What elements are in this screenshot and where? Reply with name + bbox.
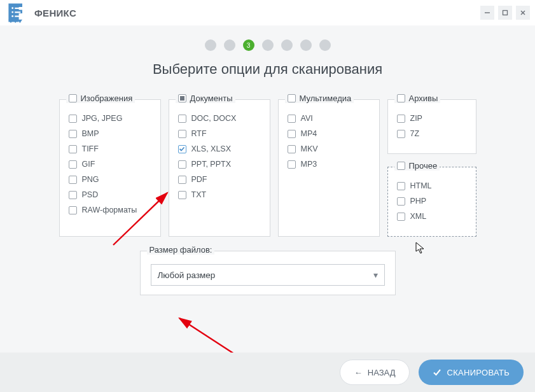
arrow-left-icon: ←	[354, 368, 363, 377]
group-images-title: Изображения	[81, 94, 133, 103]
svg-rect-1	[15, 8, 20, 9]
opt-png[interactable]: PNG	[69, 175, 151, 184]
group-archives-title: Архивы	[409, 94, 438, 103]
back-button[interactable]: ← НАЗАД	[340, 360, 410, 385]
app-logo-icon	[5, 1, 28, 24]
group-documents-checkbox[interactable]	[178, 94, 186, 102]
opt-gif[interactable]: GIF	[69, 160, 151, 169]
step-4[interactable]	[262, 39, 274, 51]
opt-xls[interactable]: XLS, XLSX	[178, 144, 261, 153]
opt-doc[interactable]: DOC, DOCX	[178, 114, 261, 123]
group-multimedia-checkbox[interactable]	[288, 94, 296, 102]
svg-point-4	[11, 15, 13, 17]
filesize-select[interactable]: Любой размер ▾	[151, 264, 385, 286]
svg-point-2	[11, 11, 13, 13]
opt-tiff[interactable]: TIFF	[69, 144, 151, 153]
opt-psd[interactable]: PSD	[69, 190, 151, 199]
svg-point-0	[11, 7, 13, 9]
cursor-icon	[415, 242, 426, 255]
step-3-active[interactable]: 3	[243, 39, 254, 51]
window-controls	[480, 6, 530, 20]
file-type-groups: Изображения JPG, JPEG BMP TIFF GIF PNG P…	[0, 99, 535, 237]
group-images: Изображения JPG, JPEG BMP TIFF GIF PNG P…	[59, 99, 161, 237]
chevron-down-icon: ▾	[373, 270, 378, 280]
opt-zip[interactable]: ZIP	[397, 114, 467, 123]
opt-txt[interactable]: TXT	[178, 190, 261, 199]
main-stage: 3 Выберите опции для сканирования Изобра…	[0, 25, 535, 392]
group-documents: Документы DOC, DOCX RTF XLS, XLSX PPT, P…	[169, 99, 270, 237]
opt-xml[interactable]: XML	[397, 212, 467, 221]
maximize-button[interactable]	[498, 6, 512, 20]
filesize-selected: Любой размер	[158, 270, 216, 280]
group-archives: Архивы ZIP 7Z	[387, 99, 476, 154]
filesize-title: Размер файлов:	[149, 245, 212, 255]
svg-rect-7	[503, 11, 508, 15]
step-6[interactable]	[300, 39, 312, 51]
group-multimedia-title: Мультимедиа	[300, 94, 352, 103]
opt-mp3[interactable]: MP3	[288, 160, 370, 169]
page-heading: Выберите опции для сканирования	[0, 61, 535, 78]
group-other-checkbox[interactable]	[397, 162, 405, 170]
svg-rect-5	[15, 16, 20, 17]
svg-rect-3	[15, 11, 20, 13]
group-images-checkbox[interactable]	[69, 94, 77, 102]
group-multimedia: Мультимедиа AVI MP4 MKV MP3	[278, 99, 380, 237]
opt-avi[interactable]: AVI	[288, 114, 370, 123]
group-other-title: Прочее	[409, 161, 438, 171]
opt-ppt[interactable]: PPT, PPTX	[178, 160, 261, 169]
step-1[interactable]	[205, 39, 216, 51]
titlebar: ФЕНИКС	[0, 0, 535, 25]
opt-jpg[interactable]: JPG, JPEG	[69, 114, 151, 123]
opt-pdf[interactable]: PDF	[178, 175, 261, 184]
check-icon	[433, 368, 441, 377]
footer: ← НАЗАД СКАНИРОВАТЬ	[0, 353, 535, 392]
opt-raw[interactable]: RAW-форматы	[69, 206, 151, 214]
step-7[interactable]	[319, 39, 331, 51]
opt-php[interactable]: PHP	[397, 197, 467, 206]
app-title: ФЕНИКС	[34, 8, 76, 18]
minimize-button[interactable]	[480, 6, 494, 20]
filesize-group: Размер файлов: Любой размер ▾	[140, 251, 396, 295]
opt-bmp[interactable]: BMP	[69, 129, 151, 138]
opt-mp4[interactable]: MP4	[288, 129, 370, 138]
opt-html[interactable]: HTML	[397, 181, 467, 190]
group-documents-title: Документы	[190, 94, 233, 103]
opt-rtf[interactable]: RTF	[178, 129, 261, 138]
step-2[interactable]	[224, 39, 235, 51]
close-button[interactable]	[516, 6, 530, 20]
checkbox-checked-icon	[178, 145, 186, 153]
stepper: 3	[0, 25, 535, 61]
group-other: Прочее HTML PHP XML	[387, 167, 476, 237]
opt-7z[interactable]: 7Z	[397, 129, 467, 138]
opt-mkv[interactable]: MKV	[288, 144, 370, 153]
scan-button[interactable]: СКАНИРОВАТЬ	[419, 360, 524, 385]
step-5[interactable]	[281, 39, 293, 51]
group-archives-checkbox[interactable]	[397, 94, 405, 102]
